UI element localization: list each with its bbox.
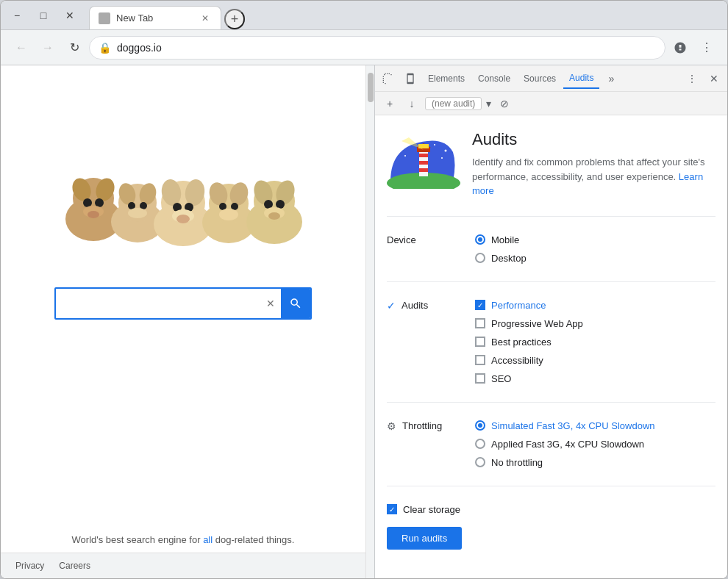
tagline: World's best search engine for all dog-r…	[50, 527, 317, 553]
svg-point-45	[404, 155, 406, 157]
browser-scrollbar[interactable]	[365, 65, 374, 578]
performance-option[interactable]: ✓ Performance	[475, 300, 715, 311]
profile-button[interactable]	[668, 36, 692, 60]
tab-console[interactable]: Console	[472, 68, 516, 89]
divider-clear	[387, 486, 715, 486]
close-button[interactable]: ✕	[60, 5, 80, 26]
careers-link[interactable]: Careers	[59, 561, 90, 571]
main-area: ✕ World's best search engine for all dog…	[1, 65, 727, 578]
simulated-3g-radio[interactable]	[475, 420, 485, 431]
browser-content: ✕ World's best search engine for all dog…	[1, 65, 365, 578]
run-audits-button[interactable]: Run audits	[387, 527, 462, 550]
svg-point-6	[95, 198, 104, 207]
browser-menu-button[interactable]: ⋮	[695, 36, 718, 60]
search-box[interactable]: ✕	[54, 287, 312, 320]
svg-point-43	[434, 144, 435, 145]
new-tab-button[interactable]: +	[224, 9, 245, 29]
pwa-label: Progressive Web App	[491, 318, 583, 329]
mobile-option[interactable]: Mobile	[475, 234, 715, 245]
pwa-option[interactable]: Progressive Web App	[475, 318, 715, 329]
clear-storage-label: Clear storage	[403, 504, 460, 515]
clear-storage-option[interactable]: ✓ Clear storage	[387, 504, 460, 515]
seo-option[interactable]: SEO	[475, 373, 715, 384]
lock-icon: 🔒	[99, 42, 111, 54]
svg-point-23	[176, 215, 190, 223]
accessibility-option[interactable]: Accessibility	[475, 355, 715, 366]
element-picker-button[interactable]	[378, 68, 399, 89]
svg-rect-49	[419, 154, 428, 157]
forward-button[interactable]: →	[36, 36, 60, 60]
search-clear-button[interactable]: ✕	[263, 295, 278, 312]
minimize-button[interactable]: −	[7, 5, 27, 26]
privacy-link[interactable]: Privacy	[15, 561, 44, 571]
svg-point-44	[445, 150, 447, 152]
tab-close-button[interactable]: ✕	[199, 12, 212, 25]
audits-label-col: ✓ Audits	[387, 300, 475, 312]
device-label-col: Device	[387, 234, 475, 245]
search-submit-button[interactable]	[281, 289, 310, 318]
divider-audits	[387, 281, 715, 282]
tab-sources[interactable]: Sources	[518, 68, 562, 89]
scrollbar-thumb[interactable]	[368, 73, 374, 102]
svg-point-36	[276, 200, 285, 209]
pwa-checkbox[interactable]	[475, 318, 485, 328]
devtools-options-button[interactable]: ⋮	[682, 68, 702, 89]
download-button[interactable]: ↓	[403, 95, 421, 112]
window-controls: − □ ✕	[7, 5, 80, 26]
devtools-close-button[interactable]: ✕	[704, 68, 724, 89]
audits-content: Audits Identify and fix common problems …	[375, 115, 727, 578]
best-practices-checkbox[interactable]	[475, 337, 485, 347]
clear-storage-checkbox[interactable]: ✓	[387, 504, 397, 514]
active-tab[interactable]: New Tab ✕	[89, 6, 221, 29]
divider-device	[387, 216, 715, 217]
accessibility-checkbox[interactable]	[475, 355, 485, 365]
desktop-option[interactable]: Desktop	[475, 253, 715, 264]
devtools-panel: Elements Console Sources Audits » ⋮ ✕ + …	[374, 65, 727, 578]
tab-audits[interactable]: Audits	[563, 68, 599, 89]
audit-dropdown-button[interactable]: ▾	[486, 98, 491, 109]
device-options: Mobile Desktop	[475, 234, 715, 264]
block-button[interactable]: ⊘	[496, 95, 513, 112]
url-text: doggos.io	[117, 42, 656, 54]
tab-elements[interactable]: Elements	[422, 68, 471, 89]
title-bar: − □ ✕ New Tab ✕ +	[1, 1, 727, 30]
audits-section: ✓ Audits ✓ Performance Progressive Web A…	[387, 294, 715, 390]
best-practices-option[interactable]: Best practices	[475, 337, 715, 348]
search-input[interactable]	[62, 297, 263, 310]
applied-3g-option[interactable]: Applied Fast 3G, 4x CPU Slowdown	[475, 439, 715, 450]
seo-checkbox[interactable]	[475, 373, 485, 384]
device-section: Device Mobile Desktop	[387, 229, 715, 270]
back-button[interactable]: ←	[10, 36, 33, 60]
maximize-button[interactable]: □	[33, 5, 54, 26]
simulated-3g-option[interactable]: Simulated Fast 3G, 4x CPU Slowdown	[475, 420, 715, 431]
no-throttling-option[interactable]: No throttling	[475, 457, 715, 468]
address-bar[interactable]: 🔒 doggos.io	[89, 36, 665, 60]
svg-point-8	[88, 211, 99, 218]
svg-point-5	[83, 198, 92, 207]
lighthouse-logo	[387, 130, 460, 198]
applied-3g-label: Applied Fast 3G, 4x CPU Slowdown	[491, 439, 644, 450]
applied-3g-radio[interactable]	[475, 439, 485, 449]
mobile-radio[interactable]	[475, 234, 485, 245]
device-toggle-button[interactable]	[400, 68, 421, 89]
svg-point-38	[268, 212, 280, 220]
svg-point-30	[219, 209, 238, 220]
desktop-label: Desktop	[491, 253, 527, 264]
browser-footer: Privacy Careers	[1, 553, 365, 578]
no-throttling-radio[interactable]	[475, 457, 485, 467]
new-audit-add-button[interactable]: +	[381, 95, 399, 112]
throttling-label: Throttling	[402, 420, 442, 431]
throttling-gear-icon: ⚙	[387, 420, 396, 432]
tab-label: New Tab	[116, 12, 153, 24]
devtools-more-tabs-button[interactable]: »	[601, 68, 621, 89]
desktop-radio[interactable]	[475, 253, 485, 263]
audit-label[interactable]: (new audit)	[425, 97, 482, 110]
performance-checkbox[interactable]: ✓	[475, 300, 485, 310]
reload-button[interactable]: ↻	[63, 36, 86, 60]
tagline-suffix: dog-related things.	[213, 534, 294, 545]
clear-storage-section: ✓ Clear storage	[387, 498, 715, 521]
audits-subtoolbar: + ↓ (new audit) ▾ ⊘	[375, 92, 727, 115]
no-throttling-label: No throttling	[491, 457, 543, 468]
tab-favicon	[99, 12, 110, 24]
seo-label: SEO	[491, 373, 511, 384]
